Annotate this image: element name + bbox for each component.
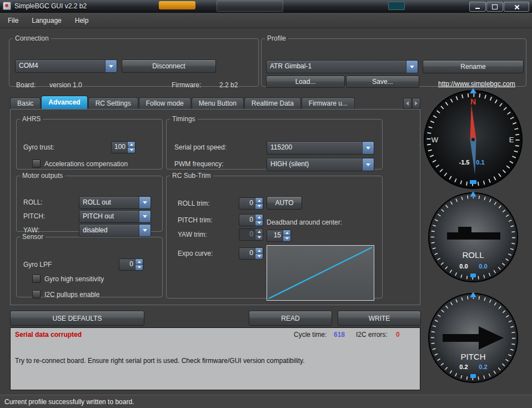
heading-target-value: 0.1 bbox=[476, 159, 484, 166]
spinner-down-icon[interactable] bbox=[283, 236, 290, 242]
yaw-trim-value: 0 bbox=[239, 229, 255, 240]
roll-target-value: 0.0 bbox=[479, 263, 487, 270]
connection-group: Connection COM4 Disconnect Board: versio… bbox=[9, 34, 259, 87]
expo-curve-graph bbox=[267, 245, 374, 301]
pitch-trim-indicator bbox=[470, 374, 476, 378]
spinner-down-icon[interactable] bbox=[255, 254, 263, 260]
serial-speed-label: Serial port speed: bbox=[174, 143, 227, 151]
minimize-button[interactable] bbox=[469, 2, 486, 12]
arrow-right-icon bbox=[415, 101, 418, 106]
write-button[interactable]: WRITE bbox=[338, 311, 421, 326]
maximize-button[interactable] bbox=[486, 2, 503, 12]
tab-realtime-data[interactable]: Realtime Data bbox=[244, 97, 301, 109]
tab-follow-mode[interactable]: Follow mode bbox=[139, 97, 191, 109]
profile-select[interactable]: ATR Gimbal-1 bbox=[266, 60, 418, 73]
menu-file[interactable]: File bbox=[2, 14, 24, 27]
spinner-up-icon[interactable] bbox=[135, 259, 143, 265]
menu-help[interactable]: Help bbox=[69, 14, 94, 27]
tab-scroll-left-button[interactable] bbox=[403, 98, 411, 109]
gyro-lpf-spinner[interactable]: 0 bbox=[119, 258, 143, 271]
sensor-group: Sensor Gyro LPF 0 Gyro high sensitivity … bbox=[16, 233, 163, 297]
pitch-gauge: PITCH 0.2 0.2 bbox=[426, 291, 520, 385]
expo-curve-label: Expo curve: bbox=[178, 250, 213, 257]
pitch-trim-spinner[interactable]: 0 bbox=[239, 214, 263, 226]
load-button[interactable]: Load... bbox=[266, 76, 345, 88]
roll-gauge: ROLL 0.0 0.0 bbox=[426, 190, 520, 285]
firmware-label: Firmware: bbox=[172, 81, 201, 89]
spinner-up-icon[interactable] bbox=[255, 215, 263, 221]
deadband-spinner[interactable]: 15 bbox=[267, 230, 291, 242]
use-defaults-button[interactable]: USE DEFAULTS bbox=[10, 311, 144, 326]
spinner-down-icon[interactable] bbox=[255, 204, 263, 210]
spinner-down-icon[interactable] bbox=[255, 221, 263, 226]
tab-advanced[interactable]: Advanced bbox=[41, 96, 87, 109]
save-button[interactable]: Save... bbox=[346, 76, 419, 88]
tab-basic[interactable]: Basic bbox=[10, 97, 41, 109]
gyro-trust-label: Gyro trust: bbox=[23, 143, 54, 151]
error-message: Serial data corrupted bbox=[15, 331, 82, 339]
close-button[interactable] bbox=[504, 2, 529, 12]
gyro-lpf-value: 0 bbox=[119, 259, 135, 270]
chevron-down-icon bbox=[362, 142, 374, 154]
app-window: SimpleBGC GUI v2.2 b2 File Language Help… bbox=[0, 0, 532, 408]
profile-group: Profile ATR Gimbal-1 Rename Load... Save… bbox=[261, 34, 526, 87]
accel-comp-checkbox[interactable] bbox=[32, 160, 41, 168]
status-message: Try to re-connect board. Ensure right se… bbox=[15, 357, 305, 365]
gyro-trust-spinner[interactable]: 100 bbox=[111, 141, 135, 153]
spinner-up-icon[interactable] bbox=[255, 198, 263, 204]
spinner-down-icon[interactable] bbox=[128, 148, 135, 153]
arrow-left-icon bbox=[406, 101, 409, 106]
accel-comp-row: Accelerations compensation bbox=[32, 160, 128, 168]
pwm-frequency-select[interactable]: HIGH (silent) bbox=[267, 158, 374, 171]
pitch-target-value: 0.2 bbox=[479, 364, 487, 370]
ahrs-group-title: AHRS bbox=[20, 115, 43, 123]
motor-pitch-label: PITCH: bbox=[23, 212, 45, 220]
motor-pitch-select[interactable]: PITCH out bbox=[79, 210, 151, 223]
motor-roll-select[interactable]: ROLL out bbox=[79, 196, 151, 209]
statusbar-message: Current profile successfully written to … bbox=[4, 398, 134, 406]
roll-trim-spinner[interactable]: 0 bbox=[239, 197, 263, 210]
spinner-up-icon[interactable] bbox=[128, 142, 135, 148]
tab-firmware-upgrade[interactable]: Firmware u... bbox=[302, 97, 355, 109]
timings-group: Timings Serial port speed: 115200 PWM fr… bbox=[166, 115, 383, 170]
read-button[interactable]: READ bbox=[249, 311, 332, 326]
background-window-artifact bbox=[217, 1, 283, 12]
rename-button[interactable]: Rename bbox=[423, 60, 524, 73]
com-port-value: COM4 bbox=[16, 60, 105, 72]
yaw-trim-label: YAW trim: bbox=[178, 231, 207, 238]
menu-language[interactable]: Language bbox=[26, 14, 67, 27]
tab-scroll-right-button[interactable] bbox=[412, 98, 420, 109]
chevron-down-icon bbox=[406, 61, 418, 73]
tab-rc-settings[interactable]: RC Settings bbox=[88, 97, 138, 109]
gyro-sensitivity-checkbox[interactable] bbox=[32, 275, 41, 283]
sensor-group-title: Sensor bbox=[20, 233, 46, 241]
ahrs-group: AHRS Gyro trust: 100 Accelerations compe… bbox=[16, 115, 163, 170]
status-bar: Current profile successfully written to … bbox=[0, 395, 532, 408]
board-value: version 1.0 bbox=[49, 81, 82, 89]
disconnect-button[interactable]: Disconnect bbox=[122, 59, 216, 73]
pitch-value: 0.2 bbox=[459, 364, 468, 370]
close-icon bbox=[514, 4, 519, 9]
yaw-trim-spinner: 0 bbox=[239, 228, 263, 241]
com-port-select[interactable]: COM4 bbox=[15, 59, 117, 73]
compass-north-label: N bbox=[470, 97, 476, 106]
serial-speed-select[interactable]: 115200 bbox=[267, 141, 374, 155]
advanced-tab-panel: AHRS Gyro trust: 100 Accelerations compe… bbox=[10, 109, 420, 305]
firmware-value: 2.2 b2 bbox=[219, 81, 238, 89]
spinner-up-icon[interactable] bbox=[255, 248, 263, 254]
roll-trim-value: 0 bbox=[239, 198, 255, 209]
i2c-errors-value: 0 bbox=[396, 331, 400, 339]
i2c-pullups-checkbox[interactable] bbox=[32, 290, 41, 298]
auto-button[interactable]: AUTO bbox=[267, 196, 302, 210]
i2c-pullups-row: I2C pullups enable bbox=[32, 290, 99, 298]
tab-menu-button[interactable]: Menu Button bbox=[192, 97, 244, 109]
cycle-time-value: 618 bbox=[334, 331, 345, 339]
spinner-up-icon[interactable] bbox=[283, 230, 290, 236]
rc-subtrim-group: RC Sub-Trim ROLL trim: 0 AUTO PITCH trim… bbox=[166, 172, 383, 298]
spinner-down-icon[interactable] bbox=[135, 265, 143, 271]
title-bar[interactable]: SimpleBGC GUI v2.2 b2 bbox=[0, 0, 532, 13]
motor-pitch-value: PITCH out bbox=[79, 211, 139, 222]
gyro-lpf-label: Gyro LPF bbox=[23, 261, 52, 268]
expo-curve-spinner[interactable]: 0 bbox=[239, 247, 263, 260]
heading-trim-indicator bbox=[470, 180, 476, 184]
